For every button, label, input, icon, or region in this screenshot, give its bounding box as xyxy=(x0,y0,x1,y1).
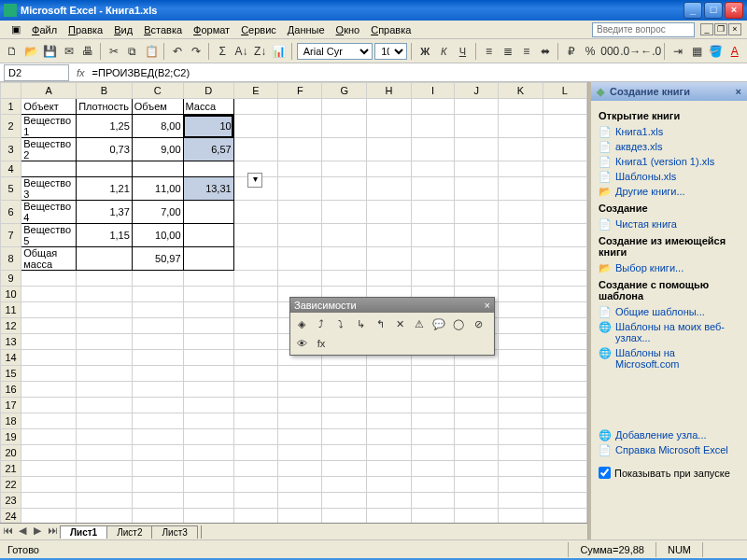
sort-desc-icon[interactable]: Z↓ xyxy=(252,42,269,61)
cell-E7[interactable] xyxy=(233,224,277,247)
trace-error-icon[interactable]: ⚠ xyxy=(411,315,428,332)
cell-H2[interactable] xyxy=(367,115,412,138)
cell-C1[interactable]: Объем xyxy=(132,99,183,115)
col-header-B[interactable]: B xyxy=(77,83,133,99)
cell-K23[interactable] xyxy=(499,493,543,509)
cell-C15[interactable] xyxy=(132,366,183,382)
cell-F7[interactable] xyxy=(278,224,322,247)
cell-I2[interactable] xyxy=(411,115,454,138)
undo-icon[interactable]: ↶ xyxy=(169,42,186,61)
link-excel-help[interactable]: Справка Microsoft Excel xyxy=(599,442,740,457)
close-button[interactable]: × xyxy=(725,2,743,19)
toolbar-close-icon[interactable]: × xyxy=(485,300,490,311)
cell-L16[interactable] xyxy=(543,382,586,398)
chart-icon[interactable]: 📊 xyxy=(271,42,288,61)
row-header-16[interactable]: 16 xyxy=(1,382,21,398)
cell-G21[interactable] xyxy=(322,461,367,477)
cell-B22[interactable] xyxy=(77,477,133,493)
cell-J20[interactable] xyxy=(455,445,499,461)
font-size-select[interactable]: 10 xyxy=(374,43,407,60)
cell-C22[interactable] xyxy=(132,477,183,493)
row-header-6[interactable]: 6 xyxy=(1,201,21,224)
cell-D4[interactable] xyxy=(183,161,233,177)
cell-C3[interactable]: 9,00 xyxy=(132,138,183,161)
row-header-17[interactable]: 17 xyxy=(1,398,21,413)
cell-K7[interactable] xyxy=(499,224,543,247)
percent-icon[interactable]: % xyxy=(582,42,599,61)
cell-E22[interactable] xyxy=(233,477,277,493)
cell-K21[interactable] xyxy=(499,461,543,477)
cell-F21[interactable] xyxy=(278,461,322,477)
cell-F9[interactable] xyxy=(278,271,322,287)
cell-D21[interactable] xyxy=(183,461,233,477)
cell-A1[interactable]: Объект xyxy=(21,99,77,115)
cell-A8[interactable]: Общая масса xyxy=(21,247,77,271)
font-select[interactable]: Arial Cyr xyxy=(297,43,373,60)
cell-H3[interactable] xyxy=(367,138,412,161)
row-header-9[interactable]: 9 xyxy=(1,271,21,287)
cell-L11[interactable] xyxy=(543,302,586,318)
cell-C24[interactable] xyxy=(132,509,183,524)
cell-C8[interactable]: 50,97 xyxy=(132,247,183,271)
cell-F22[interactable] xyxy=(278,477,322,493)
row-header-14[interactable]: 14 xyxy=(1,350,21,366)
cell-K18[interactable] xyxy=(499,413,543,429)
cell-L24[interactable] xyxy=(543,509,586,524)
cell-G3[interactable] xyxy=(322,138,367,161)
borders-icon[interactable]: ▦ xyxy=(688,42,705,61)
cell-B6[interactable]: 1,37 xyxy=(77,201,133,224)
cell-H19[interactable] xyxy=(367,429,412,445)
cell-G7[interactable] xyxy=(322,224,367,247)
horizontal-scrollbar[interactable] xyxy=(201,525,587,539)
align-left-icon[interactable]: ≡ xyxy=(480,42,497,61)
cell-H24[interactable] xyxy=(367,509,412,524)
menu-6[interactable]: Данные xyxy=(282,22,331,37)
taskpane-back-icon[interactable]: ◆ xyxy=(597,86,604,98)
col-header-D[interactable]: D xyxy=(183,83,233,99)
font-color-icon[interactable]: A xyxy=(726,42,743,61)
comma-icon[interactable]: 000 xyxy=(600,42,619,61)
col-header-G[interactable]: G xyxy=(322,83,367,99)
cell-E15[interactable] xyxy=(233,366,277,382)
cell-E1[interactable] xyxy=(233,99,277,115)
cell-H15[interactable] xyxy=(367,366,412,382)
cell-E2[interactable] xyxy=(233,115,277,138)
cell-J15[interactable] xyxy=(455,366,499,382)
cell-C7[interactable]: 10,00 xyxy=(132,224,183,247)
mail-icon[interactable]: ✉ xyxy=(60,42,77,61)
cell-A9[interactable] xyxy=(21,271,77,287)
template-link-1[interactable]: Шаблоны на моих веб-узлах... xyxy=(599,319,740,345)
menu-5[interactable]: Сервис xyxy=(235,22,282,37)
open-icon[interactable]: 📂 xyxy=(22,42,39,61)
row-header-5[interactable]: 5 xyxy=(1,177,21,201)
cell-G20[interactable] xyxy=(322,445,367,461)
cell-L8[interactable] xyxy=(543,247,586,271)
cell-B19[interactable] xyxy=(77,429,133,445)
cell-L9[interactable] xyxy=(543,271,586,287)
sheet-tab-0[interactable]: Лист1 xyxy=(60,525,107,539)
row-header-23[interactable]: 23 xyxy=(1,493,21,509)
cell-D16[interactable] xyxy=(183,382,233,398)
paste-icon[interactable]: 📋 xyxy=(143,42,160,61)
row-header-19[interactable]: 19 xyxy=(1,429,21,445)
col-header-F[interactable]: F xyxy=(278,83,322,99)
col-header-L[interactable]: L xyxy=(543,83,586,99)
link-add-node[interactable]: Добавление узла... xyxy=(599,427,740,442)
row-header-15[interactable]: 15 xyxy=(1,366,21,382)
col-header-K[interactable]: K xyxy=(499,83,543,99)
cell-E3[interactable] xyxy=(233,138,277,161)
error-check-icon[interactable]: ◈ xyxy=(293,315,310,332)
cell-J16[interactable] xyxy=(455,382,499,398)
select-all-corner[interactable] xyxy=(1,83,21,99)
cell-C19[interactable] xyxy=(132,429,183,445)
cell-G24[interactable] xyxy=(322,509,367,524)
cell-C20[interactable] xyxy=(132,445,183,461)
cell-B10[interactable] xyxy=(77,287,133,302)
menu-3[interactable]: Вставка xyxy=(138,22,188,37)
cell-I16[interactable] xyxy=(411,382,454,398)
cell-D9[interactable] xyxy=(183,271,233,287)
tab-next-icon[interactable]: ▶ xyxy=(30,525,45,539)
copy-icon[interactable]: ⧉ xyxy=(124,42,141,61)
cell-C6[interactable]: 7,00 xyxy=(132,201,183,224)
cell-J4[interactable] xyxy=(455,161,499,177)
